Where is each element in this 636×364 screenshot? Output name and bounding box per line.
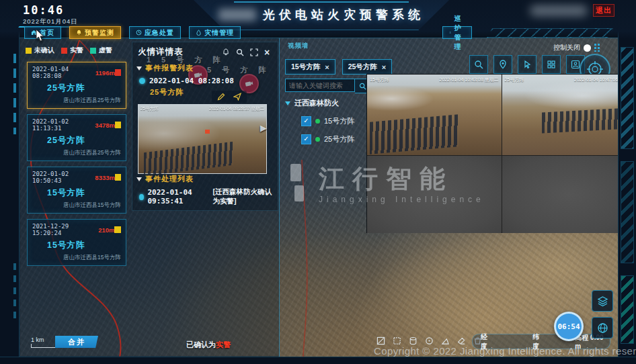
alert-array-name: 15号方阵	[47, 187, 121, 199]
merge-button[interactable]: 合并	[55, 336, 98, 348]
event-dot-icon	[139, 194, 144, 200]
eraser-icon[interactable]	[457, 336, 466, 345]
alert-location: 唐山市迁西县25号方阵	[63, 149, 121, 157]
rect-select-icon[interactable]	[393, 336, 401, 345]
tree-item-label: 15号方阵	[324, 116, 354, 126]
nav-warning-monitor-button[interactable]: 预警监测	[69, 26, 121, 39]
timer-compass-button[interactable]: 06:54	[554, 312, 584, 341]
video-slot-empty[interactable]	[367, 156, 502, 233]
nav-patrol-button[interactable]: 巡护管理	[442, 26, 472, 39]
tab-label: 15号方阵	[291, 62, 320, 72]
left-decorative-rail	[0, 0, 19, 364]
alert-distance: 3478m	[95, 122, 115, 129]
clock-time: 10:46	[23, 3, 78, 17]
tree-item-array-15[interactable]: ✓ 15号方阵	[301, 116, 354, 126]
edit-pencil-icon[interactable]	[217, 93, 225, 101]
keyword-searchbar	[285, 79, 370, 93]
video-slot-empty[interactable]	[502, 156, 636, 233]
video-feed-1[interactable]: 15号方阵 2022-01-04 10:43:08 星期二	[367, 75, 502, 155]
toggle-knob[interactable]	[584, 44, 591, 52]
alarm-legend: 未确认 实警 虚警	[26, 46, 112, 55]
event-time: 2022-01-04 08:28:08	[149, 77, 234, 85]
tree-item-array-25[interactable]: ✓ 25号方阵	[301, 134, 354, 144]
alert-array-name: 25号方阵	[47, 83, 121, 94]
location-pin-icon	[498, 60, 508, 69]
globe-button[interactable]	[592, 317, 613, 338]
bell-icon[interactable]	[222, 48, 230, 56]
locate-tool-button[interactable]	[493, 55, 512, 74]
cylinder-volume-icon[interactable]	[409, 336, 418, 345]
tab-close-icon[interactable]: ×	[325, 63, 329, 71]
false-alarm-swatch	[90, 48, 96, 54]
circle-draw-icon[interactable]	[425, 336, 434, 345]
legend-label: 实警	[70, 46, 83, 55]
camera-tree: 迁西森林防火 ✓ 15号方阵 ✓ 25号方阵	[285, 98, 354, 144]
grid-layout-icon	[547, 60, 556, 69]
photo-next-arrow[interactable]: ▶	[260, 123, 267, 133]
solar-array-texture	[144, 142, 233, 176]
person-frame-icon	[571, 60, 580, 69]
alert-location: 唐山市迁西县15号方阵	[63, 201, 121, 210]
alert-time: 2022-01-02 11:13:31	[32, 118, 95, 132]
control-toggle: 控制关闭	[553, 43, 600, 52]
report-list-section[interactable]: 事件报警列表	[132, 60, 278, 75]
search-input[interactable]	[285, 79, 355, 92]
handle-result: [迁西森林防火确认为实警]	[212, 187, 272, 206]
alert-location: 唐山市迁西县15号方阵	[63, 254, 121, 262]
alert-card[interactable]: 2022-01-02 10:50:438333m 15号方阵 唐山市迁西县15号…	[27, 167, 126, 214]
video-wall-title: 视频墙	[288, 42, 309, 50]
caret-down-icon	[285, 101, 290, 105]
tab-close-icon[interactable]: ×	[382, 63, 386, 71]
handle-event-row[interactable]: 2022-01-04 09:35:41 [迁西森林防火确认为实警]	[132, 185, 278, 206]
legend-unconfirmed: 未确认	[26, 46, 54, 55]
alarm-bell-icon	[76, 30, 82, 36]
pointer-select-icon	[522, 60, 532, 69]
legend-real-alarm: 实警	[61, 46, 83, 55]
layers-icon	[597, 295, 608, 307]
handle-list-label: 事件处理列表	[145, 174, 194, 184]
solar-array-texture	[542, 107, 629, 133]
layers-button[interactable]	[592, 290, 613, 312]
control-toggle-label: 控制关闭	[553, 43, 580, 52]
alert-array-name: 25号方阵	[47, 135, 121, 146]
tab-array-25[interactable]: 25号方阵×	[342, 59, 393, 75]
search-icon[interactable]	[236, 48, 244, 56]
angle-measure-icon[interactable]	[441, 336, 450, 345]
system-clock: 10:46 2022年01月04日	[23, 3, 78, 26]
measure-toolbar	[376, 336, 482, 345]
alert-distance: 210m	[98, 226, 114, 234]
tree-root-node[interactable]: 迁西森林防火	[285, 98, 354, 108]
unconfirmed-swatch	[26, 48, 32, 54]
nav-disaster-button[interactable]: 灾情管理	[189, 26, 241, 39]
alert-array-name: 15号方阵	[47, 240, 121, 251]
tree-root-label: 迁西森林防火	[294, 98, 339, 108]
checkbox-checked[interactable]: ✓	[301, 116, 311, 126]
video-feed-2[interactable]: 25号方阵 2022-01-04 10:47:06 星期二	[502, 75, 636, 155]
send-plane-icon[interactable]	[233, 93, 241, 101]
alert-card[interactable]: 2022-01-04 08:28:081196m 25号方阵 唐山市迁西县25号…	[27, 62, 126, 109]
expand-move-icon[interactable]	[250, 48, 258, 56]
tab-array-15[interactable]: 15号方阵×	[285, 59, 335, 75]
close-icon[interactable]: ×	[264, 48, 272, 56]
screenshot-frame-icon[interactable]	[376, 336, 385, 345]
caret-down-icon	[136, 177, 142, 181]
event-photo[interactable]: 25号方阵 2022-01-04 08:28:37 星期二	[138, 104, 267, 174]
checkbox-checked[interactable]: ✓	[301, 134, 311, 144]
fire-point-marker	[205, 130, 210, 134]
real-alarm-swatch	[61, 48, 67, 54]
grid-dots-icon[interactable]	[594, 44, 600, 52]
online-dot-icon	[315, 137, 320, 142]
event-actions	[212, 91, 247, 103]
search-tool-button[interactable]	[469, 55, 488, 74]
select-tool-button[interactable]	[518, 55, 536, 74]
logout-button[interactable]: 退出	[593, 4, 614, 17]
layout-tool-button[interactable]	[542, 55, 561, 74]
nav-label: 巡护管理	[454, 14, 465, 52]
video-wall: 15号方阵 2022-01-04 10:43:08 星期二 25号方阵 2022…	[366, 74, 636, 233]
alert-status-marker	[114, 226, 121, 233]
report-event-row[interactable]: 2022-01-04 08:28:08	[132, 75, 278, 85]
alert-card[interactable]: 2021-12-29 15:20:24210m 15号方阵 唐山市迁西县15号方…	[27, 219, 126, 266]
alert-distance: 1196m	[95, 69, 115, 77]
nav-emergency-button[interactable]: 应急处置	[129, 26, 181, 39]
alert-card[interactable]: 2022-01-02 11:13:313478m 25号方阵 唐山市迁西县25号…	[27, 114, 126, 161]
